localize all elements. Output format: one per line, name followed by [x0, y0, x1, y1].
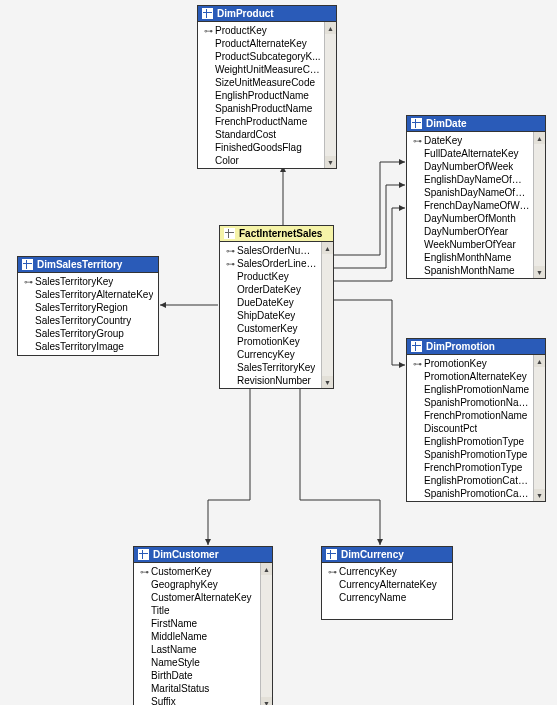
- column-row[interactable]: SalesTerritoryImage: [18, 340, 158, 353]
- column-row[interactable]: SalesTerritoryCountry: [18, 314, 158, 327]
- column-row[interactable]: EnglishPromotionCateg...: [407, 474, 533, 487]
- scroll-down-icon[interactable]: ▼: [325, 156, 336, 168]
- column-row[interactable]: ProductAlternateKey: [198, 37, 324, 50]
- table-header[interactable]: FactInternetSales: [220, 226, 333, 242]
- table-dimcustomer[interactable]: DimCustomer ⊶CustomerKeyGeographyKeyCust…: [133, 546, 273, 705]
- column-row[interactable]: DueDateKey: [220, 296, 321, 309]
- column-row[interactable]: FullDateAlternateKey: [407, 147, 533, 160]
- scrollbar[interactable]: ▲ ▼: [260, 563, 272, 705]
- table-factinternetsales[interactable]: FactInternetSales ⊶SalesOrderNumber⊶Sale…: [219, 225, 334, 389]
- column-label: SalesOrderLineNum...: [237, 258, 318, 269]
- column-row[interactable]: FrenchPromotionName: [407, 409, 533, 422]
- scroll-down-icon[interactable]: ▼: [322, 376, 333, 388]
- table-dimsalesterritory[interactable]: DimSalesTerritory ⊶SalesTerritoryKeySale…: [17, 256, 159, 356]
- column-row[interactable]: EnglishProductName: [198, 89, 324, 102]
- column-row[interactable]: SpanishPromotionCateg: [407, 487, 533, 500]
- scrollbar[interactable]: ▲ ▼: [533, 132, 545, 278]
- table-header[interactable]: DimSalesTerritory: [18, 257, 158, 273]
- column-row[interactable]: FrenchDayNameOfWeek: [407, 199, 533, 212]
- scrollbar[interactable]: ▲ ▼: [533, 355, 545, 501]
- column-row[interactable]: ⊶SalesOrderLineNum...: [220, 257, 321, 270]
- column-row[interactable]: ⊶CustomerKey: [134, 565, 260, 578]
- scroll-up-icon[interactable]: ▲: [322, 242, 333, 254]
- column-row[interactable]: SpanishProductName: [198, 102, 324, 115]
- scroll-up-icon[interactable]: ▲: [325, 22, 336, 34]
- column-row[interactable]: FirstName: [134, 617, 260, 630]
- column-row[interactable]: Suffix: [134, 695, 260, 705]
- column-row[interactable]: ⊶ProductKey: [198, 24, 324, 37]
- column-row[interactable]: DayNumberOfMonth: [407, 212, 533, 225]
- table-header[interactable]: DimPromotion: [407, 339, 545, 355]
- column-row[interactable]: CurrencyKey: [220, 348, 321, 361]
- table-dimpromotion[interactable]: DimPromotion ⊶PromotionKeyPromotionAlter…: [406, 338, 546, 502]
- column-label: DayNumberOfYear: [424, 226, 508, 237]
- column-row[interactable]: ShipDateKey: [220, 309, 321, 322]
- column-row[interactable]: NameStyle: [134, 656, 260, 669]
- column-row[interactable]: SpanishMonthName: [407, 264, 533, 277]
- column-row[interactable]: Title: [134, 604, 260, 617]
- column-row[interactable]: RevisionNumber: [220, 374, 321, 387]
- scroll-down-icon[interactable]: ▼: [534, 489, 545, 501]
- column-row[interactable]: WeekNumberOfYear: [407, 238, 533, 251]
- column-row[interactable]: ⊶SalesTerritoryKey: [18, 275, 158, 288]
- table-header[interactable]: DimCustomer: [134, 547, 272, 563]
- table-dimproduct[interactable]: DimProduct ⊶ProductKeyProductAlternateKe…: [197, 5, 337, 169]
- column-row[interactable]: BirthDate: [134, 669, 260, 682]
- column-row[interactable]: ⊶CurrencyKey: [322, 565, 452, 578]
- table-header[interactable]: DimCurrency: [322, 547, 452, 563]
- scroll-up-icon[interactable]: ▲: [534, 355, 545, 367]
- scroll-up-icon[interactable]: ▲: [261, 563, 272, 575]
- column-row[interactable]: StandardCost: [198, 128, 324, 141]
- scrollbar[interactable]: ▲ ▼: [321, 242, 333, 388]
- column-row[interactable]: Color: [198, 154, 324, 167]
- table-header[interactable]: DimProduct: [198, 6, 336, 22]
- table-dimcurrency[interactable]: DimCurrency ⊶CurrencyKeyCurrencyAlternat…: [321, 546, 453, 620]
- column-row[interactable]: FinishedGoodsFlag: [198, 141, 324, 154]
- column-row[interactable]: CustomerKey: [220, 322, 321, 335]
- column-list: ⊶CurrencyKeyCurrencyAlternateKeyCurrency…: [322, 563, 452, 606]
- column-row[interactable]: SpanishDayNameOfWeek: [407, 186, 533, 199]
- column-row[interactable]: DayNumberOfWeek: [407, 160, 533, 173]
- column-row[interactable]: ⊶PromotionKey: [407, 357, 533, 370]
- column-row[interactable]: SalesTerritoryRegion: [18, 301, 158, 314]
- scrollbar[interactable]: ▲ ▼: [324, 22, 336, 168]
- column-row[interactable]: DiscountPct: [407, 422, 533, 435]
- column-row[interactable]: GeographyKey: [134, 578, 260, 591]
- column-row[interactable]: EnglishMonthName: [407, 251, 533, 264]
- column-row[interactable]: CustomerAlternateKey: [134, 591, 260, 604]
- column-row[interactable]: CurrencyAlternateKey: [322, 578, 452, 591]
- column-row[interactable]: SizeUnitMeasureCode: [198, 76, 324, 89]
- column-row[interactable]: SalesTerritoryGroup: [18, 327, 158, 340]
- table-dimdate[interactable]: DimDate ⊶DateKeyFullDateAlternateKeyDayN…: [406, 115, 546, 279]
- column-row[interactable]: SalesTerritoryAlternateKey: [18, 288, 158, 301]
- column-row[interactable]: OrderDateKey: [220, 283, 321, 296]
- column-row[interactable]: EnglishDayNameOfWeek: [407, 173, 533, 186]
- column-label: SalesTerritoryKey: [237, 362, 315, 373]
- column-row[interactable]: WeightUnitMeasureCo...: [198, 63, 324, 76]
- table-header[interactable]: DimDate: [407, 116, 545, 132]
- column-label: SalesTerritoryCountry: [35, 315, 131, 326]
- column-row[interactable]: ⊶DateKey: [407, 134, 533, 147]
- scroll-up-icon[interactable]: ▲: [534, 132, 545, 144]
- column-row[interactable]: SpanishPromotionName: [407, 396, 533, 409]
- column-row[interactable]: MaritalStatus: [134, 682, 260, 695]
- column-row[interactable]: ProductKey: [220, 270, 321, 283]
- column-row[interactable]: FrenchPromotionType: [407, 461, 533, 474]
- column-row[interactable]: FrenchProductName: [198, 115, 324, 128]
- column-row[interactable]: EnglishPromotionType: [407, 435, 533, 448]
- scroll-down-icon[interactable]: ▼: [261, 697, 272, 705]
- column-row[interactable]: MiddleName: [134, 630, 260, 643]
- column-row[interactable]: CurrencyName: [322, 591, 452, 604]
- column-row[interactable]: ProductSubcategoryK...: [198, 50, 324, 63]
- column-row[interactable]: PromotionAlternateKey: [407, 370, 533, 383]
- column-row[interactable]: EnglishPromotionName: [407, 383, 533, 396]
- column-row[interactable]: SpanishPromotionType: [407, 448, 533, 461]
- column-label: CurrencyKey: [237, 349, 295, 360]
- scroll-down-icon[interactable]: ▼: [534, 266, 545, 278]
- column-label: PromotionKey: [237, 336, 300, 347]
- column-row[interactable]: DayNumberOfYear: [407, 225, 533, 238]
- column-row[interactable]: ⊶SalesOrderNumber: [220, 244, 321, 257]
- column-row[interactable]: PromotionKey: [220, 335, 321, 348]
- column-row[interactable]: SalesTerritoryKey: [220, 361, 321, 374]
- column-row[interactable]: LastName: [134, 643, 260, 656]
